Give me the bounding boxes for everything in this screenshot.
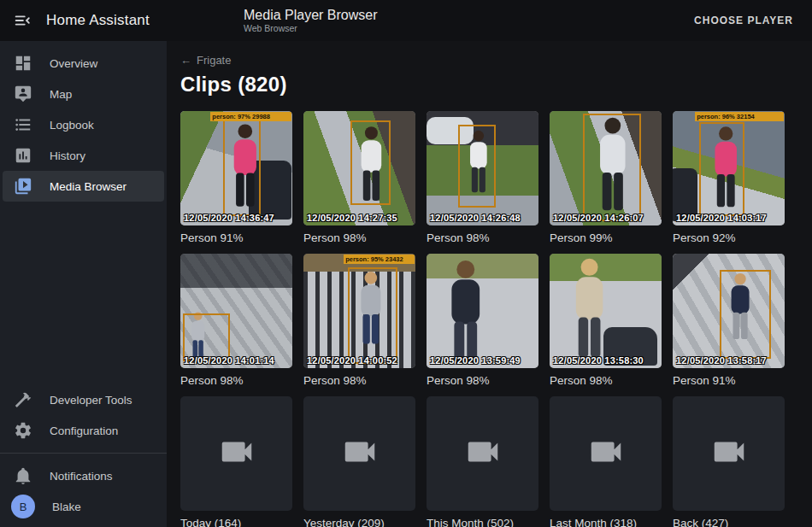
clip-cell: person: 95% 23432 12/05/2020 14:00:52 Pe… [303,254,415,387]
detection-box [350,120,391,205]
folder-cell: Last Month (318) [550,396,662,527]
sidebar-item-label: Map [50,88,72,101]
person-figure [440,258,491,368]
sidebar-item-configuration[interactable]: Configuration [3,415,164,446]
clip-thumbnail[interactable]: 12/05/2020 13:58:30 [550,254,662,368]
detection-box [699,122,744,216]
sidebar-item-notifications[interactable]: Notifications [3,460,164,491]
sidebar-main-list: Overview Map Logbook History Media Brows… [0,48,167,202]
clip-timestamp: 12/05/2020 13:58:30 [553,355,644,366]
sidebar-item-label: History [50,149,85,162]
toolbar-title-block: Media Player Browser Web Browser [244,8,378,33]
sidebar-item-developer-tools[interactable]: Developer Tools [3,384,164,415]
clip-cell: 12/05/2020 13:58:30 Person 98% [550,254,662,387]
clip-thumbnail[interactable]: 12/05/2020 13:59:49 [427,254,538,368]
folder-label: This Month (502) [427,517,538,527]
notifications-label: Notifications [50,470,113,483]
folder-cell: Today (164) [180,396,292,527]
clip-cell: 12/05/2020 14:27:35 Person 98% [303,111,415,244]
format-list-bulleted-icon [14,115,32,134]
topbar-left: Home Assistant [0,10,167,31]
clip-label: Person 91% [180,231,292,244]
clip-cell: 12/05/2020 14:26:07 Person 99% [550,111,662,244]
gear-icon [14,421,32,440]
clip-cell: 12/05/2020 13:59:49 Person 98% [427,254,538,387]
folder-tile-last-month-318[interactable] [550,396,662,511]
chart-box-icon [14,146,32,165]
sidebar-item-history[interactable]: History [3,140,164,171]
detection-box [183,313,230,361]
sidebar-item-label: Media Browser [50,180,127,193]
sidebar-item-map[interactable]: Map [3,79,164,109]
clip-cell: person: 97% 29988 12/05/2020 14:36:47 Pe… [180,111,292,244]
clips-grid: person: 97% 29988 12/05/2020 14:36:47 Pe… [180,111,812,527]
video-camera-icon [217,432,256,475]
sidebar-item-user[interactable]: B Blake [3,491,164,522]
sidebar-divider [0,453,167,454]
breadcrumb[interactable]: ← Frigate [180,54,231,67]
folder-tile-today-164[interactable] [180,396,292,511]
folder-cell: Back (427) [673,396,785,527]
clip-timestamp: 12/05/2020 13:59:49 [430,355,521,366]
user-avatar: B [11,495,35,518]
folder-label: Today (164) [180,517,292,527]
topbar-main: Media Player Browser Web Browser CHOOSE … [167,8,812,33]
page-title: Clips (820) [180,73,812,97]
sidebar-item-media-browser[interactable]: Media Browser [3,171,164,202]
breadcrumb-label: Frigate [197,54,231,67]
clip-thumbnail[interactable]: person: 95% 23432 12/05/2020 14:00:52 [303,254,415,368]
sidebar: Overview Map Logbook History Media Brows… [0,41,167,527]
folder-label: Yesterday (209) [303,517,415,527]
choose-player-button[interactable]: CHOOSE PLAYER [685,8,802,33]
folder-cell: This Month (502) [427,396,538,527]
detection-tag: person: 97% 29988 [210,112,291,121]
sidebar-bottom-list: Developer Tools Configuration [0,384,167,446]
user-name: Blake [52,501,81,513]
back-arrow-icon: ← [180,54,191,67]
clip-timestamp: 12/05/2020 14:03:17 [676,213,767,223]
clip-cell: 12/05/2020 14:01:14 Person 98% [180,254,292,387]
toolbar-subtitle: Web Browser [244,23,378,33]
clip-label: Person 98% [550,374,662,387]
folder-tile-this-month-502[interactable] [427,396,538,511]
detection-box [348,267,397,364]
clip-thumbnail[interactable]: person: 97% 29988 12/05/2020 14:36:47 [180,111,292,225]
person-figure [565,256,614,366]
clip-thumbnail[interactable]: 12/05/2020 14:26:48 [427,111,538,225]
clip-timestamp: 12/05/2020 14:01:14 [184,355,274,366]
clip-thumbnail[interactable]: 12/05/2020 13:58:17 [673,254,785,368]
detection-box [720,270,771,360]
clip-thumbnail[interactable]: 12/05/2020 14:01:14 [180,254,292,368]
folder-tile-back-427[interactable] [673,396,785,511]
clip-thumbnail[interactable]: person: 96% 32154 12/05/2020 14:03:17 [673,111,785,225]
bell-icon [14,466,32,485]
clip-timestamp: 12/05/2020 14:27:35 [307,213,397,223]
clip-timestamp: 12/05/2020 14:26:48 [430,213,521,223]
folder-tile-yesterday-209[interactable] [303,396,415,511]
clip-scene [427,254,538,368]
sidebar-item-overview[interactable]: Overview [3,48,164,79]
toolbar-title: Media Player Browser [244,8,378,23]
clip-label: Person 98% [427,231,538,244]
sidebar-toggle-icon[interactable] [12,10,32,31]
clip-cell: 12/05/2020 14:26:48 Person 98% [427,111,538,244]
detection-tag: person: 96% 32154 [695,112,784,121]
clip-thumbnail[interactable]: 12/05/2020 14:26:07 [550,111,662,225]
clip-timestamp: 12/05/2020 14:36:47 [184,213,274,223]
clip-timestamp: 12/05/2020 14:00:52 [307,355,397,366]
sidebar-item-label: Logbook [50,119,94,132]
clip-label: Person 98% [427,374,538,387]
clip-label: Person 91% [673,374,785,387]
folder-label: Last Month (318) [550,517,662,527]
detection-box [583,114,641,221]
clip-label: Person 98% [180,374,292,387]
video-camera-icon [586,432,626,475]
clip-thumbnail[interactable]: 12/05/2020 14:27:35 [303,111,415,225]
clip-timestamp: 12/05/2020 14:26:07 [553,213,644,223]
sidebar-item-logbook[interactable]: Logbook [3,109,164,140]
clip-cell: 12/05/2020 13:58:17 Person 91% [673,254,785,387]
clip-label: Person 99% [550,231,662,244]
app-title: Home Assistant [46,12,150,29]
detection-box [223,118,262,216]
detection-tag: person: 95% 23432 [344,255,415,264]
